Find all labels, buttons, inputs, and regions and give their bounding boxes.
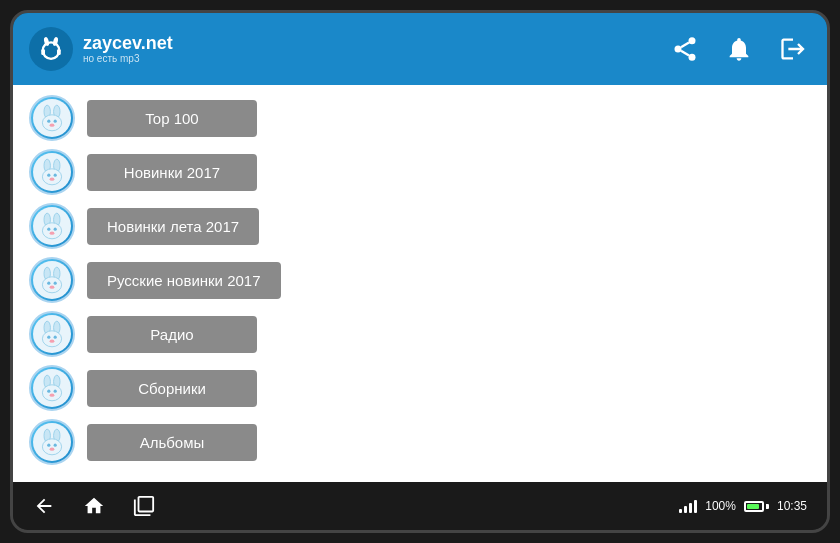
svg-point-14 [54, 120, 57, 123]
menu-item-radio[interactable]: Радио [29, 311, 811, 357]
home-icon [83, 495, 105, 517]
share-button[interactable] [667, 31, 703, 67]
logo-icon [29, 27, 73, 71]
signal-percent: 100% [705, 499, 736, 513]
tablet-frame: zaycev.net но есть mp3 [10, 10, 830, 533]
menu-label-new2017: Новинки 2017 [87, 154, 257, 191]
signal-icon [679, 499, 697, 513]
svg-point-31 [47, 282, 50, 285]
svg-point-6 [675, 46, 682, 53]
svg-point-49 [47, 444, 50, 447]
svg-point-50 [54, 444, 57, 447]
avatar-icon [36, 318, 68, 350]
menu-label-top100: Top 100 [87, 100, 257, 137]
avatar-icon [36, 102, 68, 134]
svg-point-25 [47, 228, 50, 231]
avatar-radio [29, 311, 75, 357]
svg-point-30 [42, 277, 61, 293]
menu-item-albums[interactable]: Альбомы [29, 419, 811, 465]
svg-rect-2 [57, 49, 61, 55]
avatar-top100 [29, 95, 75, 141]
avatar-newsummer2017 [29, 203, 75, 249]
main-content: Top 100 Новинки 2017 [13, 85, 827, 482]
logo-text: zaycev.net но есть mp3 [83, 34, 173, 65]
svg-point-24 [42, 223, 61, 239]
avatar-icon [36, 210, 68, 242]
svg-point-26 [54, 228, 57, 231]
logout-button[interactable] [775, 31, 811, 67]
avatar-russian2017 [29, 257, 75, 303]
recents-button[interactable] [133, 495, 155, 517]
avatar-collections [29, 365, 75, 411]
svg-point-7 [689, 54, 696, 61]
svg-point-48 [42, 439, 61, 455]
svg-point-43 [47, 390, 50, 393]
menu-list: Top 100 Новинки 2017 [13, 85, 827, 482]
time-display: 10:35 [777, 499, 807, 513]
svg-point-12 [42, 115, 61, 131]
svg-point-13 [47, 120, 50, 123]
avatar-icon [36, 426, 68, 458]
menu-label-albums: Альбомы [87, 424, 257, 461]
status-bar: 100% 10:35 [679, 499, 807, 513]
avatar-icon [36, 156, 68, 188]
avatar-new2017 [29, 149, 75, 195]
logout-icon [779, 35, 807, 63]
bottom-bar: 100% 10:35 [13, 482, 827, 530]
svg-point-45 [50, 394, 55, 397]
back-icon [33, 495, 55, 517]
share-icon [671, 35, 699, 63]
recents-icon [133, 495, 155, 517]
bottom-nav [33, 495, 155, 517]
app-logo: zaycev.net но есть mp3 [29, 27, 667, 71]
menu-item-new2017[interactable]: Новинки 2017 [29, 149, 811, 195]
svg-point-32 [54, 282, 57, 285]
menu-item-top100[interactable]: Top 100 [29, 95, 811, 141]
avatar-icon [36, 264, 68, 296]
menu-label-newsummer2017: Новинки лета 2017 [87, 208, 259, 245]
header-actions [667, 31, 811, 67]
menu-label-russian2017: Русские новинки 2017 [87, 262, 281, 299]
menu-item-collections[interactable]: Сборники [29, 365, 811, 411]
svg-point-51 [50, 448, 55, 451]
app-subtitle: но есть mp3 [83, 53, 173, 64]
svg-line-8 [681, 51, 689, 56]
svg-point-18 [42, 169, 61, 185]
svg-point-36 [42, 331, 61, 347]
bunny-logo-icon [36, 34, 66, 64]
header: zaycev.net но есть mp3 [13, 13, 827, 85]
menu-label-collections: Сборники [87, 370, 257, 407]
menu-item-newsummer2017[interactable]: Новинки лета 2017 [29, 203, 811, 249]
svg-point-15 [50, 124, 55, 127]
svg-point-38 [54, 336, 57, 339]
svg-rect-1 [41, 49, 45, 55]
svg-point-0 [43, 42, 60, 59]
svg-point-20 [54, 174, 57, 177]
svg-point-27 [50, 232, 55, 235]
back-button[interactable] [33, 495, 55, 517]
battery-icon [744, 501, 769, 512]
svg-point-37 [47, 336, 50, 339]
menu-label-radio: Радио [87, 316, 257, 353]
avatar-icon [36, 372, 68, 404]
svg-point-39 [50, 340, 55, 343]
home-button[interactable] [83, 495, 105, 517]
svg-point-33 [50, 286, 55, 289]
avatar-albums [29, 419, 75, 465]
svg-point-19 [47, 174, 50, 177]
svg-point-42 [42, 385, 61, 401]
menu-item-russian2017[interactable]: Русские новинки 2017 [29, 257, 811, 303]
svg-point-44 [54, 390, 57, 393]
svg-line-9 [681, 43, 689, 48]
notifications-button[interactable] [721, 31, 757, 67]
svg-point-5 [689, 37, 696, 44]
app-title: zaycev.net [83, 34, 173, 54]
svg-point-21 [50, 178, 55, 181]
bell-icon [725, 35, 753, 63]
